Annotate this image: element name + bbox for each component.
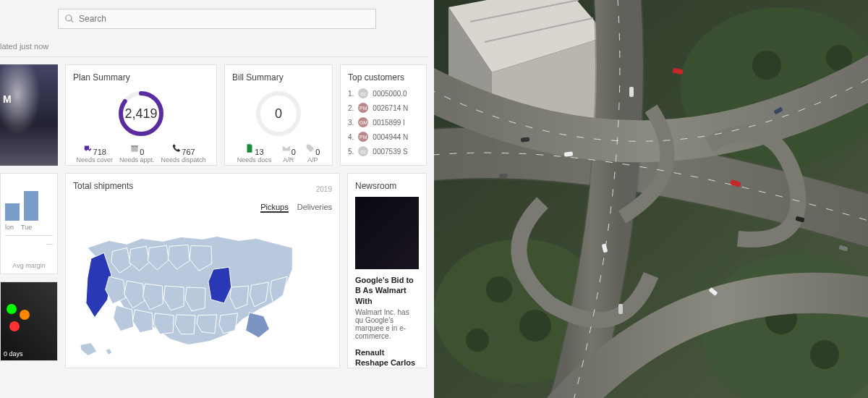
doc-icon — [244, 143, 255, 153]
news-item[interactable]: Google's Bid to B As Walmart WithWalmart… — [355, 275, 419, 340]
updated-text: lated just now — [0, 29, 428, 57]
bill-donut: 0 — [253, 88, 304, 139]
news-image — [355, 197, 419, 269]
map-title: Total shipments — [73, 181, 133, 191]
bill-title: Bill Summary — [232, 72, 325, 82]
tab-pickups[interactable]: Pickups — [260, 203, 289, 213]
tab-deliveries[interactable]: Deliveries — [297, 203, 332, 213]
bar — [5, 203, 20, 221]
customer-badge-icon: cc — [358, 146, 368, 156]
topcust-title: Top customers — [348, 72, 419, 82]
total-shipments-card: Total shipments 2019 Pickups Deliveries — [65, 173, 340, 368]
hero-tile[interactable]: M — [0, 64, 58, 166]
svg-rect-29 — [618, 304, 623, 314]
plan-donut: 2,419 — [116, 88, 166, 139]
customer-badge-icon: cc — [358, 88, 368, 98]
stat-ap[interactable]: 0A/P — [305, 143, 320, 164]
stat-needs-cover[interactable]: 718Needs cover — [76, 143, 113, 164]
customer-row[interactable]: 5.cc0007539 S — [348, 146, 419, 156]
search-icon — [64, 14, 75, 24]
hero-aerial-image — [434, 0, 868, 398]
customer-badge-icon: GM — [358, 117, 368, 127]
news-title: Newsroom — [355, 181, 419, 191]
thumb-tile[interactable]: 0 days — [0, 281, 58, 361]
customer-row[interactable]: 1.cc0005000.0 — [348, 88, 419, 98]
svg-rect-27 — [521, 137, 530, 142]
state-alaska[interactable] — [80, 343, 97, 356]
svg-point-11 — [466, 329, 489, 352]
stat-needs-dispatch[interactable]: 767Needs dispatch — [161, 143, 205, 164]
svg-rect-31 — [499, 174, 508, 179]
search-bar[interactable] — [58, 9, 376, 29]
thumb-caption: 0 days — [4, 350, 23, 357]
plan-title: Plan Summary — [73, 72, 209, 82]
stat-needs-appt[interactable]: 0Needs appt. — [119, 143, 155, 164]
bill-summary-card: Bill Summary 0 13Needs docs 0A/R 0A/P — [224, 64, 333, 166]
stat-needs-docs[interactable]: 13Needs docs — [237, 143, 272, 164]
calendar-icon — [129, 143, 140, 153]
svg-rect-3 — [131, 145, 137, 147]
svg-rect-28 — [629, 87, 634, 97]
customer-badge-icon: PM — [358, 132, 368, 142]
customer-badge-icon: PM — [358, 103, 368, 113]
svg-point-16 — [810, 340, 839, 369]
mail-icon — [281, 143, 292, 153]
plan-total: 2,419 — [116, 88, 166, 139]
hero-label: M — [3, 93, 12, 105]
customer-row[interactable]: 2.PM0026714 N — [348, 103, 419, 113]
truck-icon — [83, 143, 93, 153]
stat-ar[interactable]: 0A/R — [281, 143, 296, 164]
search-input[interactable] — [79, 14, 370, 24]
phone-icon — [171, 143, 182, 153]
plan-summary-card: Plan Summary 2,419 718Needs cover 0Needs… — [65, 64, 217, 166]
news-item[interactable]: Renault Reshape Carlos Ghosn's FRenault … — [355, 347, 419, 368]
top-customers-card: Top customers 1.cc0005000.0 2.PM0026714 … — [340, 64, 427, 166]
svg-point-12 — [752, 51, 781, 80]
newsroom-card: Newsroom Google's Bid to B As Walmart Wi… — [347, 173, 427, 368]
bill-total: 0 — [253, 88, 304, 139]
us-map[interactable] — [73, 219, 332, 363]
customer-row[interactable]: 4.PM0004944 N — [348, 132, 419, 142]
map-year: 2019 — [316, 185, 332, 193]
svg-point-9 — [486, 276, 512, 302]
avg-margin-label: Avg margin — [5, 262, 53, 269]
mini-bar-chart: lonTue — Avg margin — [0, 173, 58, 274]
bar — [24, 191, 38, 221]
state-georgia[interactable] — [246, 313, 270, 338]
svg-point-10 — [519, 310, 551, 342]
customer-row[interactable]: 3.GM0015899 I — [348, 117, 419, 127]
tag-icon — [305, 143, 315, 153]
